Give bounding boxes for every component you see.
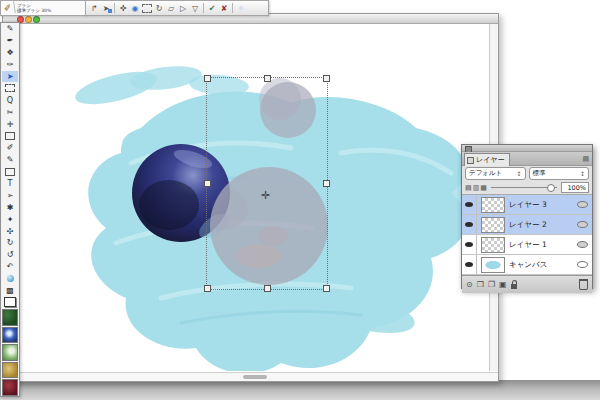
move-plus-tool-icon[interactable]: ✛ [2,118,18,130]
texture-plants[interactable] [2,344,18,361]
droplet-icon[interactable]: ◉ [129,2,141,14]
undo-rotate-tool-icon[interactable]: ↶ [2,261,18,273]
noise-tool-icon[interactable]: ▩ [2,285,18,297]
selection-marquee[interactable]: ✛ [206,77,328,290]
layer-thumbnail [481,217,505,233]
layer-row-1[interactable]: レイヤー 1 [462,235,592,255]
canvas-area[interactable]: ✛ [3,24,489,371]
protect-position-icon[interactable]: ▦ [480,184,487,192]
tab-layers[interactable]: レイヤー [464,153,510,166]
visibility-toggle[interactable] [462,255,477,274]
color-swatch[interactable] [2,296,18,308]
crop-rect-icon [5,132,15,140]
eyedropper-tool-icon[interactable]: ✦ [2,213,18,225]
rotate-transform-icon[interactable]: ↻ [153,2,165,14]
brush-info-line2: 標準ブラシ 30% [17,8,51,13]
texture-straw[interactable] [2,362,18,379]
selection-square-icon [108,9,112,13]
document-window: ✛ [2,13,499,382]
layers-panel-tabbar: レイヤー ▤ [462,152,592,166]
selection-handle-w[interactable] [204,180,211,187]
selection-handle-e[interactable] [323,180,330,187]
preset-dropdown[interactable]: デフォルト ↕ [465,167,526,180]
protect-pixel-icon[interactable]: ▥ [473,184,480,192]
selection-handle-se[interactable] [323,285,330,292]
new-layer-icon[interactable]: ▣ [499,280,507,289]
minimize-window-icon[interactable] [25,16,32,23]
paintbrush-tool-icon[interactable]: ✎ [2,154,18,166]
selection-handle-nw[interactable] [204,75,211,82]
select-move-tool-icon[interactable]: ➤ [2,71,18,83]
paint-indicator-icon[interactable] [577,201,588,208]
magnifier-tool-icon[interactable]: Q [2,94,18,106]
selection-handle-n[interactable] [264,75,271,82]
layer-row-3[interactable]: レイヤー 3 [462,195,592,215]
texture-sphere[interactable] [2,327,18,344]
eraser-tool-icon[interactable]: ❖ [2,47,18,59]
opacity-slider-knob[interactable] [547,184,555,192]
current-color-swatch [4,297,16,307]
airbrush-tool-icon[interactable]: ✱ [2,201,18,213]
layer-name: レイヤー 2 [509,220,577,230]
free-transform-icon[interactable]: ✜ [117,2,129,14]
zoom-window-icon[interactable] [33,16,40,23]
selection-handle-s[interactable] [264,285,271,292]
layer-mode-row: デフォルト ↕ 標準 ↕ [462,166,592,181]
select-rect-icon[interactable] [141,2,153,14]
cutter-tool-icon[interactable]: ✂ [2,106,18,118]
brush-info-panel[interactable]: ✐ ブラシ 標準ブラシ 30% [0,0,86,16]
tab-close-icon[interactable] [467,157,474,164]
skew-transform-icon[interactable]: ▱ [165,2,177,14]
cancel-icon[interactable]: ✘ [218,2,230,14]
texture-forest[interactable] [2,309,18,326]
paint-indicator-icon[interactable] [577,241,588,248]
paint-indicator-icon[interactable] [577,221,588,228]
duplicate-layer-icon[interactable]: ❐ [488,280,495,289]
blend-mode-dropdown[interactable]: 標準 ↕ [529,167,590,180]
lock-layer-icon[interactable] [511,284,517,289]
selection-handle-sw[interactable] [204,285,211,292]
layer-row-2[interactable]: レイヤー 2 [462,215,592,235]
selection-center-icon[interactable]: ✛ [261,190,270,201]
pencil-tool-icon[interactable]: ✎ [2,23,18,35]
water-drop-icon [7,275,14,282]
visibility-toggle[interactable] [462,215,477,234]
crop-tool-icon[interactable] [2,130,18,142]
horizontal-scroll-thumb[interactable] [243,375,267,379]
perspective-transform-icon[interactable]: ▽ [189,2,201,14]
distort-transform-icon[interactable]: ▷ [177,2,189,14]
link-layer-icon[interactable]: ❒ [477,280,484,289]
apply-icon[interactable]: ✔ [206,2,218,14]
layer-row-canvas[interactable]: キャンバス [462,255,592,275]
marquee-tool-icon[interactable] [2,82,18,94]
text-tool-icon[interactable]: T [2,178,18,190]
pan-tool-icon[interactable]: ↱ [88,2,100,14]
delete-layer-icon[interactable] [579,279,588,290]
protect-alpha-icon[interactable]: ▤ [465,184,472,192]
paint-indicator-icon[interactable] [577,261,588,268]
texture-crimson[interactable] [2,379,18,396]
merge-layers-icon[interactable]: ⊙ [466,280,473,289]
rotate-cw-tool-icon[interactable]: ↻ [2,237,18,249]
panel-menu-icon[interactable]: ▤ [582,155,589,163]
pen-tool-icon[interactable]: ✒ [2,35,18,47]
pen-nib-tool-icon[interactable]: ✐ [2,142,18,154]
brush-tool-icon[interactable]: ✑ [2,59,18,71]
shape-tool-icon[interactable] [2,166,18,178]
rotate-ccw-tool-icon[interactable]: ↺ [2,249,18,261]
layer-list: レイヤー 3 レイヤー 2 レイヤー 1 キャンバス [462,194,592,275]
water-tool-icon[interactable] [2,273,18,285]
horizontal-scrollbar[interactable] [3,372,498,381]
move-selection-icon[interactable]: ➤ [100,2,112,14]
marquee-rect-icon [5,84,15,92]
shape-rect-icon [5,168,15,176]
brush-info-text: ブラシ 標準ブラシ 30% [15,3,51,13]
wand-icon[interactable]: ✧ [235,2,247,14]
cursor-tool-icon[interactable]: ➢ [2,189,18,201]
anchor-tool-icon[interactable]: ✣ [2,225,18,237]
opacity-slider[interactable] [491,187,557,188]
visibility-toggle[interactable] [462,235,477,254]
selection-handle-ne[interactable] [323,75,330,82]
layers-panel-titlebar[interactable] [462,145,592,152]
visibility-toggle[interactable] [462,195,477,214]
